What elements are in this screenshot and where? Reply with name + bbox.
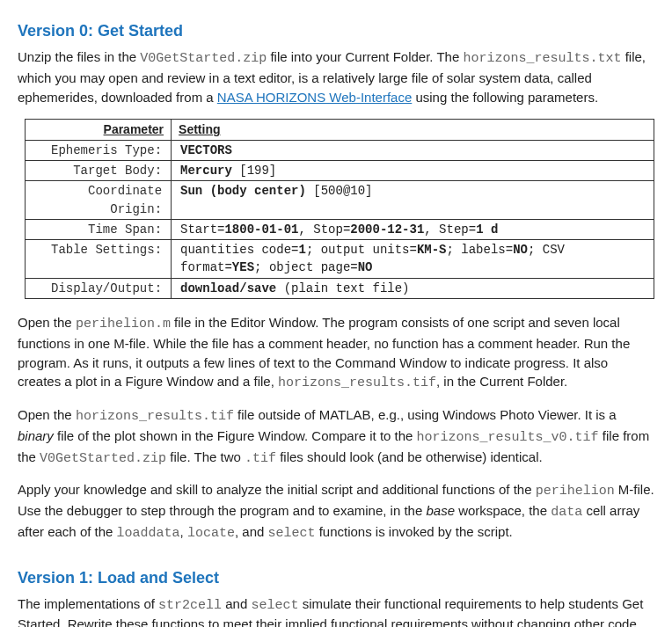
text: ; labels= — [447, 243, 514, 257]
text: (plain text file) — [276, 281, 409, 295]
text: file. The two — [166, 449, 245, 464]
col-setting: Setting — [172, 120, 654, 140]
table-row: Ephemeris Type: VECTORS — [26, 140, 654, 160]
bold: NO — [513, 243, 528, 257]
code-zip: V0GetStarted.zip — [40, 451, 166, 466]
bold: 2000-12-31 — [350, 222, 424, 237]
code-txt: horizons_results.txt — [463, 51, 621, 66]
text: Open the — [18, 407, 76, 422]
setting-cell: VECTORS — [172, 140, 654, 160]
code-mfile: perihelion.m — [76, 317, 171, 332]
section-0-para-3: Open the horizons_results.tif file outsi… — [18, 405, 654, 468]
table-header-row: Parameter Setting — [26, 120, 654, 140]
param-cell: Target Body: — [26, 160, 172, 180]
table-row: Display/Output: download/save (plain tex… — [26, 278, 654, 298]
section-0-para-1: Unzip the files in the V0GetStarted.zip … — [18, 47, 654, 106]
italic: base — [426, 503, 455, 518]
text: using the following parameters. — [412, 90, 598, 105]
bold: NO — [358, 260, 373, 274]
text: Open the — [18, 315, 76, 330]
parameters-table: Parameter Setting Ephemeris Type: VECTOR… — [25, 119, 654, 299]
table-row: Target Body: Mercury [199] — [26, 160, 654, 180]
code-loaddata: loaddata — [117, 526, 180, 541]
section-1-title: Version 1: Load and Select — [18, 566, 654, 589]
text: ; object page= — [254, 260, 358, 274]
bold: Sun (body center) — [180, 184, 306, 198]
nasa-horizons-link[interactable]: NASA HORIZONS Web-Interface — [217, 90, 412, 105]
section-1-para-1: The implementations of str2cell and sele… — [18, 594, 654, 627]
table-row: Time Span: Start=1800-01-01, Stop=2000-1… — [26, 219, 654, 239]
bold: Mercury — [180, 164, 232, 178]
setting-cell: Mercury [199] — [172, 160, 654, 180]
text: Apply your knowledge and skill to analyz… — [18, 482, 536, 497]
bold: 1 d — [476, 222, 498, 237]
text: Unzip the files in the — [18, 49, 140, 64]
text: , Step= — [424, 222, 476, 237]
code-select: select — [251, 598, 298, 613]
text: workspace, the — [455, 503, 551, 518]
code-locate: locate — [187, 526, 235, 541]
text: functions is invoked by the script. — [316, 524, 513, 539]
bold: 1 — [298, 243, 305, 257]
code-tif-v0: horizons_results_v0.tif — [417, 430, 599, 445]
code-tif: horizons_results.tif — [76, 409, 234, 424]
param-cell: Display/Output: — [26, 278, 172, 298]
code-select: select — [267, 526, 315, 541]
bold: YES — [232, 260, 254, 274]
text: files should look (and be otherwise) ide… — [276, 449, 543, 464]
section-0-title: Version 0: Get Started — [18, 19, 654, 42]
section-0-para-4: Apply your knowledge and skill to analyz… — [18, 480, 654, 543]
text: file of the plot shown in the Figure Win… — [54, 428, 417, 443]
code-perihelion: perihelion — [536, 484, 615, 499]
setting-cell: download/save (plain text file) — [172, 278, 654, 298]
text: Start= — [180, 222, 224, 237]
text: , — [180, 524, 187, 539]
table-row: Table Settings: quantities code=1; outpu… — [26, 240, 654, 279]
col-parameter: Parameter — [26, 120, 172, 140]
setting-cell: quantities code=1; output units=KM-S; la… — [172, 240, 654, 279]
param-cell: Table Settings: — [26, 240, 172, 279]
bold: KM-S — [417, 243, 447, 257]
text: ; output units= — [306, 243, 417, 257]
text: , and — [235, 524, 268, 539]
setting-cell: Sun (body center) [500@10] — [172, 181, 654, 220]
text: [199] — [232, 164, 276, 178]
text: and — [222, 596, 251, 611]
table-row: Coordinate Origin: Sun (body center) [50… — [26, 181, 654, 220]
text: , in the Current Folder. — [436, 374, 567, 389]
italic: binary — [18, 428, 54, 443]
section-0-para-2: Open the perihelion.m file in the Editor… — [18, 313, 654, 393]
code-zip: V0GetStarted.zip — [140, 51, 267, 66]
param-cell: Ephemeris Type: — [26, 140, 172, 160]
bold: 1800-01-01 — [224, 222, 298, 237]
code-tif: horizons_results.tif — [278, 375, 436, 390]
text: The implementations of — [18, 596, 158, 611]
text: quantities code= — [180, 243, 298, 257]
param-cell: Coordinate Origin: — [26, 181, 172, 220]
code-ext: .tif — [245, 451, 276, 466]
param-cell: Time Span: — [26, 219, 172, 239]
bold: download/save — [180, 281, 276, 295]
code-str2cell: str2cell — [158, 598, 222, 613]
code-data: data — [551, 505, 582, 520]
setting-cell: Start=1800-01-01, Stop=2000-12-31, Step=… — [172, 219, 654, 239]
text: file outside of MATLAB, e.g., using Wind… — [234, 407, 617, 422]
text: , Stop= — [298, 222, 350, 237]
text: [500@10] — [306, 184, 373, 198]
bold: VECTORS — [180, 143, 232, 157]
text: file into your Current Folder. The — [267, 49, 463, 64]
